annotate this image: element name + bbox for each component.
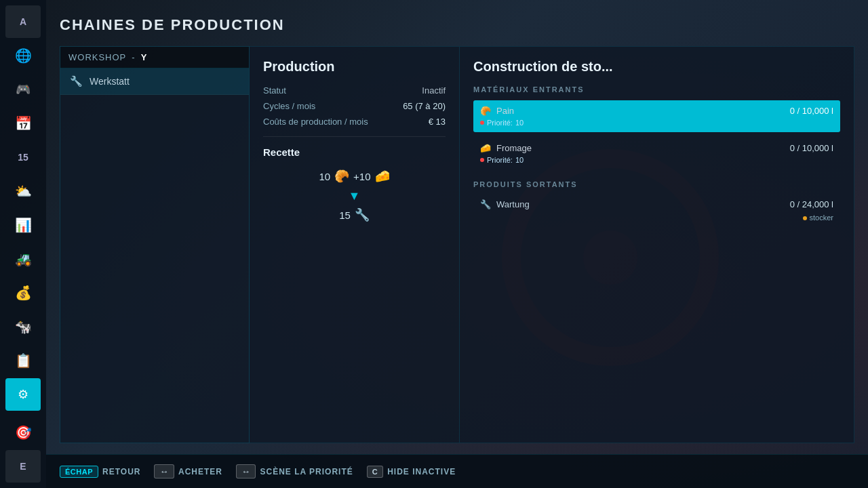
btn-hide[interactable]: C HIDE INACTIVE (367, 466, 456, 478)
workshop-location: Y (141, 52, 148, 62)
pain-amount: 0 / 10,000 l (790, 106, 833, 116)
sidebar-item-animals[interactable]: 🐄 (5, 310, 41, 343)
contracts-icon: 📋 (15, 352, 32, 369)
stats-icon: 📊 (15, 217, 32, 233)
prod-row-statut: Statut Inactif (263, 85, 446, 96)
cycles-value: 65 (7 à 20) (403, 101, 446, 111)
sidebar-item-vehicles[interactable]: 🚜 (5, 243, 41, 275)
priority-dot-pain (480, 121, 484, 125)
wartung-row: 🔧 Wartung 0 / 24,000 l (473, 195, 840, 214)
left-panel: WORKSHOP - Y 🔧 Werkstatt (60, 46, 250, 443)
cow-icon: 🐄 (15, 319, 32, 335)
cheese-icon: 🧀 (375, 169, 390, 184)
construction-title: Construction de sto... (473, 59, 840, 75)
wrench-icon: 🔧 (70, 75, 83, 87)
sidebar-item-stats[interactable]: 📊 (5, 209, 41, 241)
recipe-arrow: ▼ (263, 189, 446, 203)
tasks-icon: 📅 (15, 115, 32, 131)
sidebar-item-a[interactable]: A (5, 5, 41, 38)
ingredient1-amount: 10 (319, 171, 330, 182)
page-title: CHAINES DE PRODUCTION (60, 16, 854, 34)
panels-container: WORKSHOP - Y 🔧 Werkstatt Production Stat… (60, 46, 854, 443)
product-item-wartung[interactable]: 🔧 Wartung 0 / 24,000 l stocker (473, 195, 840, 224)
label-retour: RETOUR (102, 467, 140, 476)
pain-label: Pain (496, 106, 514, 116)
production-icon: ⚙ (18, 387, 28, 402)
key-arrow2: ↔ (236, 464, 256, 479)
steering-icon: 🎮 (16, 82, 31, 97)
label-hide: HIDE INACTIVE (387, 467, 456, 476)
sidebar-item-calendar[interactable]: 15 (5, 141, 41, 174)
pain-icon: 🥐 (480, 106, 491, 116)
cycles-label: Cycles / mois (263, 101, 315, 111)
workshop-header: WORKSHOP - Y (60, 47, 249, 68)
recipe-ingredients-row: 10 🥐 +10 🧀 (263, 169, 446, 184)
main-content: CHAINES DE PRODUCTION WORKSHOP - Y 🔧 Wer… (46, 0, 868, 488)
wartung-name: 🔧 Wartung (480, 199, 530, 209)
material-fromage-row: 🧀 Fromage 0 / 10,000 l (480, 143, 833, 153)
output-icon: 🔧 (355, 207, 370, 222)
fromage-amount: 0 / 10,000 l (790, 143, 833, 153)
fromage-icon: 🧀 (480, 143, 491, 153)
couts-label: Coûts de production / mois (263, 117, 368, 127)
plus-sign: +10 (353, 171, 370, 182)
sidebar-item-contracts[interactable]: 📋 (5, 344, 41, 377)
weather-icon: ⛅ (15, 183, 32, 199)
bread-icon: 🥐 (334, 169, 349, 184)
arrow-down-icon: ▼ (349, 189, 361, 203)
money-icon: 💰 (15, 285, 32, 301)
fromage-label: Fromage (496, 143, 532, 153)
prod-row-cycles: Cycles / mois 65 (7 à 20) (263, 101, 446, 111)
sidebar: A 🌐 🎮 📅 15 ⛅ 📊 🚜 💰 🐄 📋 ⚙ 🎯 E (0, 0, 46, 488)
sidebar-item-e[interactable]: E (5, 450, 41, 483)
material-item-pain[interactable]: 🥐 Pain 0 / 10,000 l Priorité: 10 (473, 100, 840, 132)
sidebar-item-missions[interactable]: 🎯 (5, 416, 41, 449)
label-priorite: SCÈNE LA PRIORITÉ (260, 467, 353, 476)
statut-label: Statut (263, 85, 286, 96)
prod-row-couts: Coûts de production / mois € 13 (263, 117, 446, 127)
recipe-output-row: 15 🔧 (263, 207, 446, 222)
key-arrow1: ↔ (154, 464, 174, 479)
outgoing-section: PRODUITS SORTANTS 🔧 Wartung 0 / 24,000 l (473, 180, 840, 224)
sidebar-item-steering[interactable]: 🎮 (5, 73, 41, 106)
wartung-label: Wartung (496, 199, 530, 209)
missions-icon: 🎯 (15, 424, 32, 441)
wartung-icon: 🔧 (480, 199, 491, 209)
key-echap: ÉCHAP (60, 466, 98, 478)
output-amount: 15 (339, 209, 351, 221)
sidebar-item-weather[interactable]: ⛅ (5, 175, 41, 207)
key-c: C (367, 466, 383, 478)
label-acheter: ACHETER (178, 467, 222, 476)
pain-priority: Priorité: 10 (480, 119, 833, 127)
sidebar-item-tasks[interactable]: 📅 (5, 107, 41, 140)
production-title: Production (263, 59, 446, 75)
tractor-icon: 🚜 (15, 251, 32, 267)
divider (263, 136, 446, 137)
outgoing-header: PRODUITS SORTANTS (473, 180, 840, 188)
calendar-number: 15 (18, 152, 28, 163)
workshop-item-werkstatt[interactable]: 🔧 Werkstatt (60, 68, 249, 95)
middle-panel: Production Statut Inactif Cycles / mois … (250, 46, 460, 443)
sidebar-item-production[interactable]: ⚙ (5, 378, 41, 411)
workshop-label: WORKSHOP (68, 52, 126, 62)
btn-priorite[interactable]: ↔ SCÈNE LA PRIORITÉ (236, 464, 353, 479)
btn-retour[interactable]: ÉCHAP RETOUR (60, 466, 140, 478)
recette-title: Recette (263, 146, 446, 158)
pain-name: 🥐 Pain (480, 106, 514, 116)
bottom-bar: ÉCHAP RETOUR ↔ ACHETER ↔ SCÈNE LA PRIORI… (46, 454, 868, 488)
sidebar-item-finances[interactable]: 💰 (5, 277, 41, 309)
material-item-fromage[interactable]: 🧀 Fromage 0 / 10,000 l Priorité: 10 (473, 138, 840, 169)
fromage-priority: Priorité: 10 (480, 156, 833, 164)
priority-dot-fromage (480, 158, 484, 162)
btn-acheter[interactable]: ↔ ACHETER (154, 464, 222, 479)
incoming-header: MATÉRIAUX ENTRANTS (473, 85, 840, 94)
fromage-name: 🧀 Fromage (480, 143, 532, 153)
couts-value: € 13 (429, 117, 446, 127)
statut-value: Inactif (422, 85, 446, 96)
material-pain-row: 🥐 Pain 0 / 10,000 l (480, 106, 833, 116)
wartung-amount: 0 / 24,000 l (790, 199, 833, 209)
wartung-store: stocker (473, 214, 840, 224)
workshop-separator: - (132, 52, 135, 62)
store-dot (803, 216, 807, 220)
sidebar-item-globe[interactable]: 🌐 (5, 39, 41, 72)
